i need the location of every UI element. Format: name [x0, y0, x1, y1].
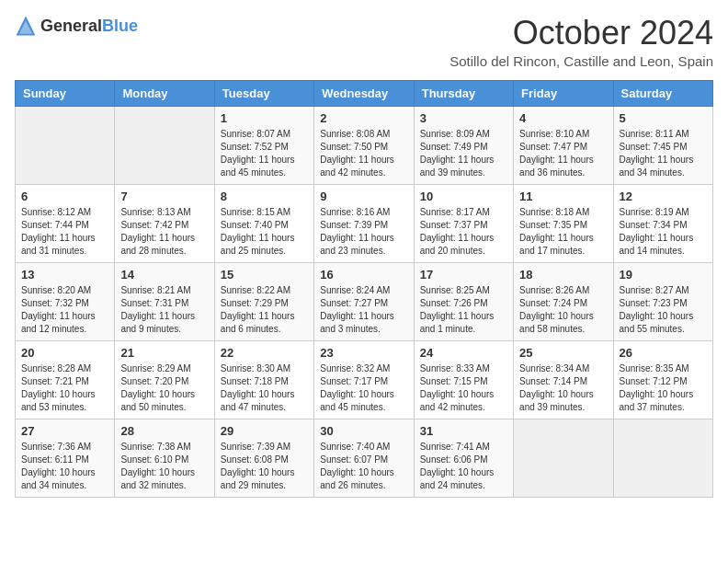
day-header-wednesday: Wednesday: [314, 80, 414, 106]
calendar-cell: [613, 419, 712, 497]
day-info: Sunrise: 8:27 AM Sunset: 7:23 PM Dayligh…: [620, 284, 707, 336]
day-number: 14: [120, 268, 208, 282]
day-number: 27: [21, 424, 108, 438]
calendar-cell: 12Sunrise: 8:19 AM Sunset: 7:34 PM Dayli…: [613, 184, 712, 262]
day-number: 21: [120, 346, 208, 360]
day-info: Sunrise: 8:29 AM Sunset: 7:20 PM Dayligh…: [120, 362, 208, 414]
title-block: October 2024 Sotillo del Rincon, Castill…: [449, 15, 713, 69]
day-number: 29: [221, 424, 308, 438]
calendar-cell: 8Sunrise: 8:15 AM Sunset: 7:40 PM Daylig…: [214, 184, 313, 262]
calendar-cell: 21Sunrise: 8:29 AM Sunset: 7:20 PM Dayli…: [115, 340, 214, 419]
calendar-cell: [115, 106, 214, 184]
day-info: Sunrise: 7:39 AM Sunset: 6:08 PM Dayligh…: [221, 441, 308, 492]
calendar-cell: [514, 419, 613, 497]
day-number: 18: [519, 268, 607, 282]
calendar-cell: 9Sunrise: 8:16 AM Sunset: 7:39 PM Daylig…: [314, 184, 414, 262]
day-number: 22: [221, 346, 308, 360]
location-title: Sotillo del Rincon, Castille and Leon, S…: [449, 53, 713, 69]
day-number: 7: [120, 190, 208, 203]
calendar-week-row: 20Sunrise: 8:28 AM Sunset: 7:21 PM Dayli…: [16, 340, 713, 419]
day-number: 28: [120, 424, 208, 438]
day-info: Sunrise: 8:26 AM Sunset: 7:24 PM Dayligh…: [519, 284, 607, 336]
day-number: 6: [21, 190, 108, 203]
calendar-cell: 29Sunrise: 7:39 AM Sunset: 6:08 PM Dayli…: [214, 419, 313, 497]
calendar-header-row: SundayMondayTuesdayWednesdayThursdayFrid…: [16, 80, 713, 106]
day-info: Sunrise: 7:41 AM Sunset: 6:06 PM Dayligh…: [420, 441, 507, 492]
calendar-cell: 20Sunrise: 8:28 AM Sunset: 7:21 PM Dayli…: [16, 340, 115, 419]
calendar-cell: 11Sunrise: 8:18 AM Sunset: 7:35 PM Dayli…: [514, 184, 613, 262]
day-info: Sunrise: 8:33 AM Sunset: 7:15 PM Dayligh…: [420, 362, 507, 414]
calendar-cell: 30Sunrise: 7:40 AM Sunset: 6:07 PM Dayli…: [314, 419, 414, 497]
day-info: Sunrise: 8:07 AM Sunset: 7:52 PM Dayligh…: [221, 128, 308, 179]
day-number: 15: [221, 268, 308, 282]
calendar-week-row: 13Sunrise: 8:20 AM Sunset: 7:32 PM Dayli…: [16, 262, 713, 340]
day-info: Sunrise: 8:22 AM Sunset: 7:29 PM Dayligh…: [221, 284, 308, 336]
calendar-cell: 27Sunrise: 7:36 AM Sunset: 6:11 PM Dayli…: [16, 419, 115, 497]
day-info: Sunrise: 8:12 AM Sunset: 7:44 PM Dayligh…: [21, 206, 108, 258]
calendar-cell: 24Sunrise: 8:33 AM Sunset: 7:15 PM Dayli…: [414, 340, 513, 419]
day-info: Sunrise: 8:09 AM Sunset: 7:49 PM Dayligh…: [420, 128, 507, 179]
day-number: 9: [320, 190, 407, 203]
calendar-cell: 26Sunrise: 8:35 AM Sunset: 7:12 PM Dayli…: [613, 340, 712, 419]
logo: GeneralBlue: [15, 15, 138, 37]
month-title: October 2024: [449, 15, 713, 52]
calendar-cell: 13Sunrise: 8:20 AM Sunset: 7:32 PM Dayli…: [16, 262, 115, 340]
day-info: Sunrise: 8:13 AM Sunset: 7:42 PM Dayligh…: [120, 206, 208, 258]
day-number: 16: [320, 268, 407, 282]
calendar-cell: 15Sunrise: 8:22 AM Sunset: 7:29 PM Dayli…: [214, 262, 313, 340]
day-number: 17: [420, 268, 507, 282]
calendar-cell: 16Sunrise: 8:24 AM Sunset: 7:27 PM Dayli…: [314, 262, 414, 340]
day-info: Sunrise: 8:34 AM Sunset: 7:14 PM Dayligh…: [519, 362, 607, 414]
day-number: 3: [420, 111, 507, 125]
page-header: GeneralBlue October 2024 Sotillo del Rin…: [15, 15, 713, 69]
logo-icon: [15, 15, 37, 37]
calendar-cell: 31Sunrise: 7:41 AM Sunset: 6:06 PM Dayli…: [414, 419, 513, 497]
day-info: Sunrise: 8:11 AM Sunset: 7:45 PM Dayligh…: [620, 128, 707, 179]
calendar-cell: 4Sunrise: 8:10 AM Sunset: 7:47 PM Daylig…: [514, 106, 613, 184]
calendar-cell: 17Sunrise: 8:25 AM Sunset: 7:26 PM Dayli…: [414, 262, 513, 340]
day-number: 4: [519, 111, 607, 125]
day-info: Sunrise: 7:36 AM Sunset: 6:11 PM Dayligh…: [21, 441, 108, 492]
day-info: Sunrise: 8:30 AM Sunset: 7:18 PM Dayligh…: [221, 362, 308, 414]
day-number: 31: [420, 424, 507, 438]
day-info: Sunrise: 8:20 AM Sunset: 7:32 PM Dayligh…: [21, 284, 108, 336]
day-info: Sunrise: 7:38 AM Sunset: 6:10 PM Dayligh…: [120, 441, 208, 492]
calendar-cell: 22Sunrise: 8:30 AM Sunset: 7:18 PM Dayli…: [214, 340, 313, 419]
day-info: Sunrise: 8:18 AM Sunset: 7:35 PM Dayligh…: [519, 206, 607, 258]
day-info: Sunrise: 8:35 AM Sunset: 7:12 PM Dayligh…: [620, 362, 707, 414]
day-number: 2: [320, 111, 407, 125]
calendar-cell: 18Sunrise: 8:26 AM Sunset: 7:24 PM Dayli…: [514, 262, 613, 340]
day-number: 1: [221, 111, 308, 125]
day-info: Sunrise: 8:21 AM Sunset: 7:31 PM Dayligh…: [120, 284, 208, 336]
day-number: 23: [320, 346, 407, 360]
day-info: Sunrise: 8:28 AM Sunset: 7:21 PM Dayligh…: [21, 362, 108, 414]
calendar-cell: 2Sunrise: 8:08 AM Sunset: 7:50 PM Daylig…: [314, 106, 414, 184]
day-info: Sunrise: 8:17 AM Sunset: 7:37 PM Dayligh…: [420, 206, 507, 258]
day-info: Sunrise: 8:10 AM Sunset: 7:47 PM Dayligh…: [519, 128, 607, 179]
day-info: Sunrise: 8:19 AM Sunset: 7:34 PM Dayligh…: [620, 206, 707, 258]
day-info: Sunrise: 8:16 AM Sunset: 7:39 PM Dayligh…: [320, 206, 407, 258]
day-number: 13: [21, 268, 108, 282]
logo-general-text: General: [40, 17, 102, 35]
day-number: 25: [519, 346, 607, 360]
calendar-cell: 23Sunrise: 8:32 AM Sunset: 7:17 PM Dayli…: [314, 340, 414, 419]
day-number: 30: [320, 424, 407, 438]
calendar-cell: 7Sunrise: 8:13 AM Sunset: 7:42 PM Daylig…: [115, 184, 214, 262]
day-info: Sunrise: 8:24 AM Sunset: 7:27 PM Dayligh…: [320, 284, 407, 336]
calendar-cell: 6Sunrise: 8:12 AM Sunset: 7:44 PM Daylig…: [16, 184, 115, 262]
day-header-monday: Monday: [115, 80, 214, 106]
calendar-week-row: 6Sunrise: 8:12 AM Sunset: 7:44 PM Daylig…: [16, 184, 713, 262]
day-number: 12: [620, 190, 707, 203]
day-number: 5: [620, 111, 707, 125]
calendar-cell: 5Sunrise: 8:11 AM Sunset: 7:45 PM Daylig…: [613, 106, 712, 184]
calendar-cell: 14Sunrise: 8:21 AM Sunset: 7:31 PM Dayli…: [115, 262, 214, 340]
day-number: 10: [420, 190, 507, 203]
day-header-tuesday: Tuesday: [214, 80, 313, 106]
calendar-cell: 1Sunrise: 8:07 AM Sunset: 7:52 PM Daylig…: [214, 106, 313, 184]
calendar-cell: [16, 106, 115, 184]
day-header-saturday: Saturday: [613, 80, 712, 106]
day-info: Sunrise: 8:08 AM Sunset: 7:50 PM Dayligh…: [320, 128, 407, 179]
day-info: Sunrise: 8:32 AM Sunset: 7:17 PM Dayligh…: [320, 362, 407, 414]
calendar-week-row: 1Sunrise: 8:07 AM Sunset: 7:52 PM Daylig…: [16, 106, 713, 184]
calendar-cell: 10Sunrise: 8:17 AM Sunset: 7:37 PM Dayli…: [414, 184, 513, 262]
